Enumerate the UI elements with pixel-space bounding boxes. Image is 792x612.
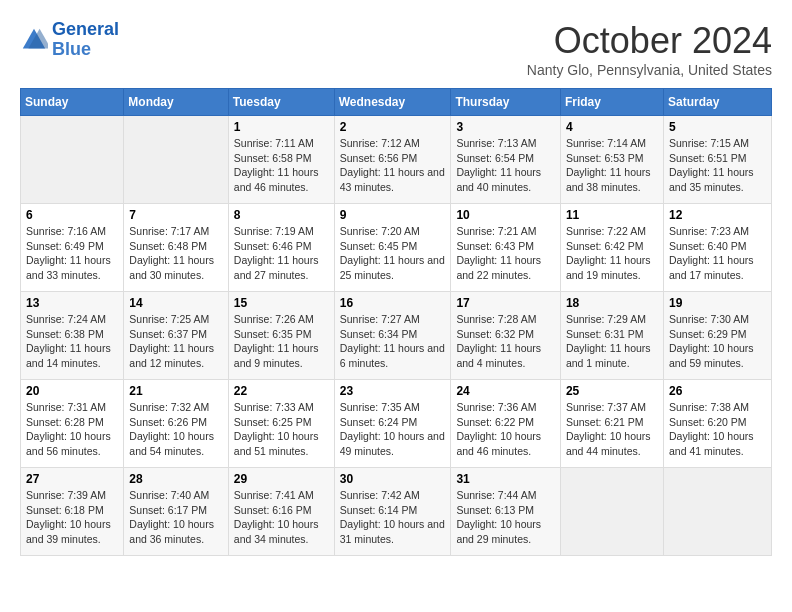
calendar-cell [560, 468, 663, 556]
calendar-cell: 25Sunrise: 7:37 AM Sunset: 6:21 PM Dayli… [560, 380, 663, 468]
calendar-cell: 21Sunrise: 7:32 AM Sunset: 6:26 PM Dayli… [124, 380, 228, 468]
day-detail: Sunrise: 7:33 AM Sunset: 6:25 PM Dayligh… [234, 400, 329, 459]
logo-text: General Blue [52, 20, 119, 60]
day-number: 13 [26, 296, 118, 310]
calendar-cell: 30Sunrise: 7:42 AM Sunset: 6:14 PM Dayli… [334, 468, 451, 556]
day-detail: Sunrise: 7:37 AM Sunset: 6:21 PM Dayligh… [566, 400, 658, 459]
day-detail: Sunrise: 7:26 AM Sunset: 6:35 PM Dayligh… [234, 312, 329, 371]
day-detail: Sunrise: 7:22 AM Sunset: 6:42 PM Dayligh… [566, 224, 658, 283]
day-detail: Sunrise: 7:11 AM Sunset: 6:58 PM Dayligh… [234, 136, 329, 195]
calendar-cell: 22Sunrise: 7:33 AM Sunset: 6:25 PM Dayli… [228, 380, 334, 468]
calendar-cell: 31Sunrise: 7:44 AM Sunset: 6:13 PM Dayli… [451, 468, 561, 556]
calendar-week-row: 20Sunrise: 7:31 AM Sunset: 6:28 PM Dayli… [21, 380, 772, 468]
weekday-header-friday: Friday [560, 89, 663, 116]
day-number: 1 [234, 120, 329, 134]
logo-line1: General [52, 19, 119, 39]
day-number: 18 [566, 296, 658, 310]
location: Nanty Glo, Pennsylvania, United States [527, 62, 772, 78]
day-detail: Sunrise: 7:35 AM Sunset: 6:24 PM Dayligh… [340, 400, 446, 459]
day-detail: Sunrise: 7:40 AM Sunset: 6:17 PM Dayligh… [129, 488, 222, 547]
day-number: 10 [456, 208, 555, 222]
calendar-cell: 10Sunrise: 7:21 AM Sunset: 6:43 PM Dayli… [451, 204, 561, 292]
day-detail: Sunrise: 7:31 AM Sunset: 6:28 PM Dayligh… [26, 400, 118, 459]
day-detail: Sunrise: 7:39 AM Sunset: 6:18 PM Dayligh… [26, 488, 118, 547]
day-detail: Sunrise: 7:38 AM Sunset: 6:20 PM Dayligh… [669, 400, 766, 459]
weekday-header-wednesday: Wednesday [334, 89, 451, 116]
calendar-week-row: 1Sunrise: 7:11 AM Sunset: 6:58 PM Daylig… [21, 116, 772, 204]
day-number: 22 [234, 384, 329, 398]
day-detail: Sunrise: 7:17 AM Sunset: 6:48 PM Dayligh… [129, 224, 222, 283]
day-detail: Sunrise: 7:36 AM Sunset: 6:22 PM Dayligh… [456, 400, 555, 459]
day-number: 27 [26, 472, 118, 486]
calendar-cell: 4Sunrise: 7:14 AM Sunset: 6:53 PM Daylig… [560, 116, 663, 204]
calendar-cell [124, 116, 228, 204]
day-number: 16 [340, 296, 446, 310]
calendar-cell: 8Sunrise: 7:19 AM Sunset: 6:46 PM Daylig… [228, 204, 334, 292]
calendar-cell: 12Sunrise: 7:23 AM Sunset: 6:40 PM Dayli… [663, 204, 771, 292]
calendar-cell: 17Sunrise: 7:28 AM Sunset: 6:32 PM Dayli… [451, 292, 561, 380]
calendar-cell: 23Sunrise: 7:35 AM Sunset: 6:24 PM Dayli… [334, 380, 451, 468]
calendar-cell: 3Sunrise: 7:13 AM Sunset: 6:54 PM Daylig… [451, 116, 561, 204]
calendar-cell [663, 468, 771, 556]
day-number: 6 [26, 208, 118, 222]
calendar-cell: 9Sunrise: 7:20 AM Sunset: 6:45 PM Daylig… [334, 204, 451, 292]
calendar-cell: 14Sunrise: 7:25 AM Sunset: 6:37 PM Dayli… [124, 292, 228, 380]
calendar-cell: 1Sunrise: 7:11 AM Sunset: 6:58 PM Daylig… [228, 116, 334, 204]
calendar-week-row: 13Sunrise: 7:24 AM Sunset: 6:38 PM Dayli… [21, 292, 772, 380]
calendar-cell: 29Sunrise: 7:41 AM Sunset: 6:16 PM Dayli… [228, 468, 334, 556]
calendar-cell: 28Sunrise: 7:40 AM Sunset: 6:17 PM Dayli… [124, 468, 228, 556]
weekday-header-sunday: Sunday [21, 89, 124, 116]
day-number: 11 [566, 208, 658, 222]
day-number: 15 [234, 296, 329, 310]
day-detail: Sunrise: 7:32 AM Sunset: 6:26 PM Dayligh… [129, 400, 222, 459]
day-number: 5 [669, 120, 766, 134]
calendar-cell: 26Sunrise: 7:38 AM Sunset: 6:20 PM Dayli… [663, 380, 771, 468]
calendar-cell: 15Sunrise: 7:26 AM Sunset: 6:35 PM Dayli… [228, 292, 334, 380]
day-number: 30 [340, 472, 446, 486]
title-block: October 2024 Nanty Glo, Pennsylvania, Un… [527, 20, 772, 78]
day-number: 23 [340, 384, 446, 398]
day-detail: Sunrise: 7:16 AM Sunset: 6:49 PM Dayligh… [26, 224, 118, 283]
calendar-cell: 13Sunrise: 7:24 AM Sunset: 6:38 PM Dayli… [21, 292, 124, 380]
calendar-cell: 16Sunrise: 7:27 AM Sunset: 6:34 PM Dayli… [334, 292, 451, 380]
day-number: 25 [566, 384, 658, 398]
day-detail: Sunrise: 7:23 AM Sunset: 6:40 PM Dayligh… [669, 224, 766, 283]
day-detail: Sunrise: 7:28 AM Sunset: 6:32 PM Dayligh… [456, 312, 555, 371]
day-number: 21 [129, 384, 222, 398]
day-detail: Sunrise: 7:41 AM Sunset: 6:16 PM Dayligh… [234, 488, 329, 547]
day-number: 17 [456, 296, 555, 310]
weekday-header-tuesday: Tuesday [228, 89, 334, 116]
calendar-week-row: 27Sunrise: 7:39 AM Sunset: 6:18 PM Dayli… [21, 468, 772, 556]
calendar-cell: 11Sunrise: 7:22 AM Sunset: 6:42 PM Dayli… [560, 204, 663, 292]
weekday-header-thursday: Thursday [451, 89, 561, 116]
day-detail: Sunrise: 7:44 AM Sunset: 6:13 PM Dayligh… [456, 488, 555, 547]
calendar-cell: 19Sunrise: 7:30 AM Sunset: 6:29 PM Dayli… [663, 292, 771, 380]
day-detail: Sunrise: 7:19 AM Sunset: 6:46 PM Dayligh… [234, 224, 329, 283]
calendar-cell: 5Sunrise: 7:15 AM Sunset: 6:51 PM Daylig… [663, 116, 771, 204]
day-detail: Sunrise: 7:20 AM Sunset: 6:45 PM Dayligh… [340, 224, 446, 283]
calendar-cell: 7Sunrise: 7:17 AM Sunset: 6:48 PM Daylig… [124, 204, 228, 292]
logo-line2: Blue [52, 39, 91, 59]
day-detail: Sunrise: 7:12 AM Sunset: 6:56 PM Dayligh… [340, 136, 446, 195]
calendar-header: SundayMondayTuesdayWednesdayThursdayFrid… [21, 89, 772, 116]
calendar-week-row: 6Sunrise: 7:16 AM Sunset: 6:49 PM Daylig… [21, 204, 772, 292]
day-detail: Sunrise: 7:24 AM Sunset: 6:38 PM Dayligh… [26, 312, 118, 371]
day-number: 29 [234, 472, 329, 486]
calendar-cell: 27Sunrise: 7:39 AM Sunset: 6:18 PM Dayli… [21, 468, 124, 556]
page-header: General Blue October 2024 Nanty Glo, Pen… [20, 20, 772, 78]
day-number: 31 [456, 472, 555, 486]
day-detail: Sunrise: 7:13 AM Sunset: 6:54 PM Dayligh… [456, 136, 555, 195]
day-detail: Sunrise: 7:15 AM Sunset: 6:51 PM Dayligh… [669, 136, 766, 195]
day-detail: Sunrise: 7:29 AM Sunset: 6:31 PM Dayligh… [566, 312, 658, 371]
month-title: October 2024 [527, 20, 772, 62]
day-detail: Sunrise: 7:21 AM Sunset: 6:43 PM Dayligh… [456, 224, 555, 283]
calendar-body: 1Sunrise: 7:11 AM Sunset: 6:58 PM Daylig… [21, 116, 772, 556]
day-number: 28 [129, 472, 222, 486]
calendar-cell: 2Sunrise: 7:12 AM Sunset: 6:56 PM Daylig… [334, 116, 451, 204]
day-detail: Sunrise: 7:27 AM Sunset: 6:34 PM Dayligh… [340, 312, 446, 371]
day-detail: Sunrise: 7:14 AM Sunset: 6:53 PM Dayligh… [566, 136, 658, 195]
day-number: 14 [129, 296, 222, 310]
day-number: 2 [340, 120, 446, 134]
logo: General Blue [20, 20, 119, 60]
weekday-header-row: SundayMondayTuesdayWednesdayThursdayFrid… [21, 89, 772, 116]
